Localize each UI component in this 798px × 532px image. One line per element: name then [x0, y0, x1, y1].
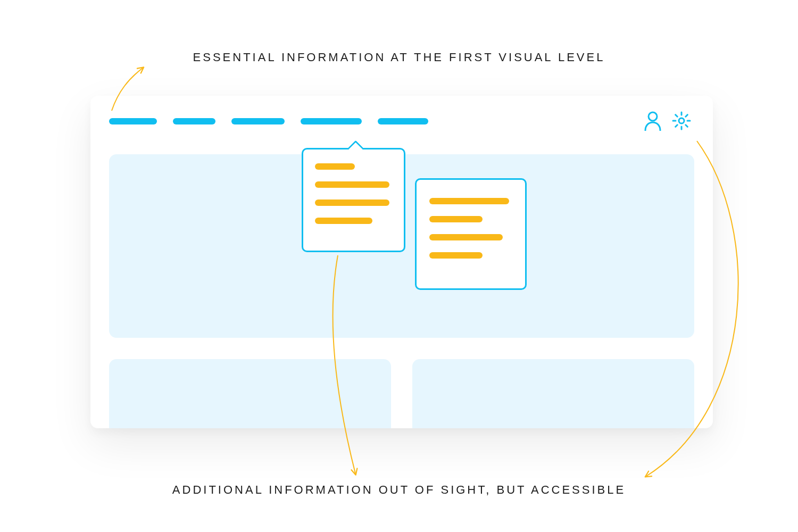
user-icon[interactable]: [644, 111, 662, 131]
nav-item-1[interactable]: [109, 118, 157, 124]
content-panel-right: [412, 359, 694, 428]
popover-item[interactable]: [429, 216, 483, 222]
bottom-caption: ADDITIONAL INFORMATION OUT OF SIGHT, BUT…: [0, 483, 798, 497]
popover-item[interactable]: [315, 200, 389, 206]
toolbar: [644, 111, 692, 131]
popover-item[interactable]: [315, 218, 372, 224]
nav-item-2[interactable]: [173, 118, 215, 124]
popover-item[interactable]: [429, 234, 503, 240]
svg-point-0: [649, 112, 657, 121]
popover-item[interactable]: [315, 181, 389, 188]
nav-item-5[interactable]: [378, 118, 428, 124]
top-nav: [109, 118, 428, 124]
popover-item[interactable]: [315, 163, 355, 170]
dropdown-popover-secondary[interactable]: [415, 178, 527, 290]
dropdown-popover-primary[interactable]: [302, 148, 405, 252]
nav-item-4[interactable]: [301, 118, 362, 124]
popover-item[interactable]: [429, 252, 483, 259]
top-caption: ESSENTIAL INFORMATION AT THE FIRST VISUA…: [0, 51, 798, 64]
diagram-stage: ESSENTIAL INFORMATION AT THE FIRST VISUA…: [0, 0, 798, 532]
content-panel-left: [109, 359, 391, 428]
popover-item[interactable]: [429, 198, 509, 204]
svg-point-1: [679, 118, 684, 123]
gear-icon[interactable]: [671, 111, 692, 131]
nav-item-3[interactable]: [231, 118, 285, 124]
app-window: [90, 96, 713, 428]
